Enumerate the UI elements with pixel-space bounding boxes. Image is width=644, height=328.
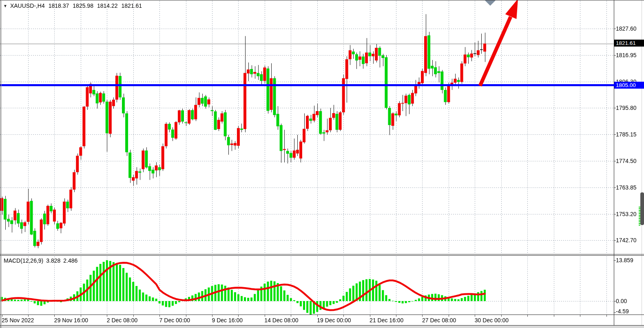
symbol-period-label: XAUUSD-,H4 [10, 2, 45, 9]
ohlc-high: 1825.98 [73, 2, 93, 9]
price-tick-label: 1763.85 [616, 184, 637, 191]
time-tick-label: 7 Dec 00:00 [159, 317, 190, 324]
time-tick-label: 29 Nov 16:00 [54, 317, 88, 324]
current-price-badge: 1821.61 [614, 40, 644, 47]
macd-tick-label: -4.59 [616, 308, 629, 315]
window-top-border [0, 0, 644, 0]
price-chart-canvas[interactable] [0, 0, 644, 328]
indicator-label: MACD(12,26,9)3.8282.486 [4, 257, 77, 264]
down-arrow-marker-icon[interactable] [485, 0, 496, 6]
price-tick-label: 1774.50 [616, 158, 637, 164]
price-tick-label: 1816.95 [616, 52, 637, 58]
price-axis-border [614, 0, 614, 326]
time-tick-label: 14 Dec 08:00 [264, 317, 298, 324]
level-price-badge: 1805.00 [614, 82, 644, 89]
panel-separator[interactable] [0, 254, 644, 254]
macd-tick-label: 0.00 [616, 298, 627, 304]
window-right-edge [642, 0, 642, 326]
time-tick-label: 19 Dec 00:00 [317, 317, 351, 324]
indicator-name: MACD(12,26,9) [4, 257, 43, 264]
panel-separator[interactable] [0, 255, 644, 256]
time-axis-separator [0, 315, 644, 315]
green-dotted-strip [639, 207, 640, 225]
price-tick-label: 1785.15 [616, 131, 637, 138]
time-tick-label: 21 Dec 16:00 [370, 317, 403, 324]
window-left-border-inner [1, 0, 2, 328]
time-tick-label: 27 Dec 08:00 [422, 317, 456, 324]
ohlc-close: 1821.61 [122, 2, 142, 9]
window-left-border [0, 0, 0, 328]
macd-tick-label: 13.859 [616, 257, 633, 263]
ohlc-open: 1818.37 [49, 2, 69, 9]
horizontal-level-line[interactable] [0, 84, 614, 86]
scrollbar-thumb[interactable] [640, 192, 644, 225]
time-tick-label: 2 Dec 08:00 [107, 317, 138, 324]
indicator-signal-value: 2.486 [63, 257, 77, 264]
time-tick-label: 9 Dec 16:00 [212, 317, 243, 324]
ohlc-low: 1814.22 [97, 2, 118, 9]
price-tick-label: 1795.80 [616, 105, 637, 111]
chart-title: ▼XAUUSD-,H41818.371825.981814.221821.61 [3, 2, 142, 9]
chart-window: { "header": { "dropdown_glyph": "▼", "sy… [0, 0, 644, 328]
price-tick-label: 1827.60 [616, 25, 637, 32]
quick-trade-dropdown-icon[interactable]: ▼ [3, 4, 7, 8]
time-tick-label: 25 Nov 2022 [2, 317, 34, 324]
price-tick-label: 1753.20 [616, 211, 637, 217]
window-bottom-strip [0, 326, 644, 328]
price-tick-label: 1742.70 [616, 237, 637, 243]
time-tick-label: 30 Dec 00:00 [475, 317, 509, 324]
indicator-main-value: 3.828 [46, 257, 60, 264]
